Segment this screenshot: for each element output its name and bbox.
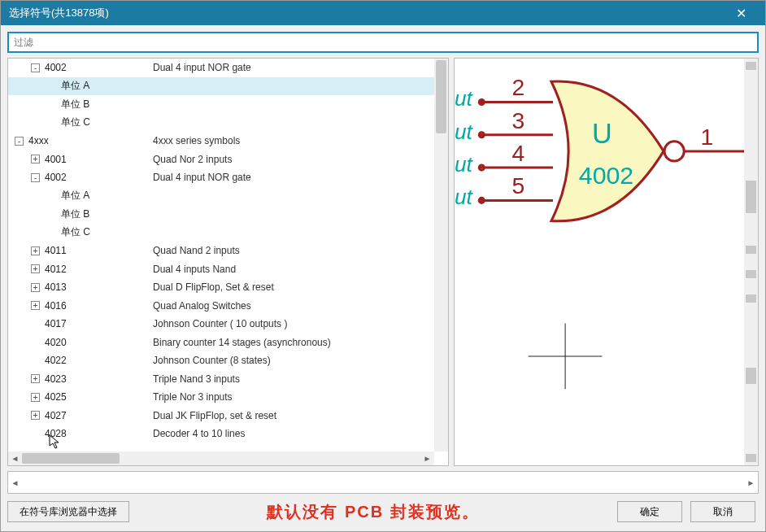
expand-icon[interactable]: +: [31, 246, 40, 255]
expand-icon[interactable]: +: [31, 374, 40, 383]
scroll-right-icon[interactable]: ►: [420, 451, 434, 465]
tree-item-name: 单位 C: [61, 116, 90, 129]
tree-row[interactable]: 单位 B: [8, 205, 434, 224]
window-title: 选择符号(共13878项): [9, 6, 725, 20]
tree-item-name: 4002: [45, 172, 67, 183]
expand-icon[interactable]: +: [31, 264, 40, 273]
bottom-row: 在符号库浏览器中选择 默认没有 PCB 封装预览。 确定 取消: [7, 499, 759, 525]
tree-row[interactable]: +4012Dual 4 inputs Nand: [8, 260, 434, 279]
pin-number: 5: [512, 172, 525, 198]
tree-item-desc: Quad Nand 2 inputs: [153, 245, 240, 256]
tree-item-name: 单位 A: [61, 79, 89, 93]
tree-item-desc: 4xxx series symbols: [153, 135, 240, 146]
tree-item-desc: Dual 4 input NOR gate: [153, 62, 251, 73]
tree-item-desc: Johnson Counter (8 states): [153, 355, 271, 366]
filter-row: [7, 32, 759, 53]
vertical-scrollbar[interactable]: [434, 59, 448, 451]
tree-row[interactable]: +4011Quad Nand 2 inputs: [8, 242, 434, 260]
tree-row[interactable]: +4016Quad Analog Switches: [8, 297, 434, 316]
titlebar[interactable]: 选择符号(共13878项) ✕: [1, 1, 765, 25]
tree-item-name: 单位 A: [61, 189, 89, 203]
tree-item-desc: Triple Nand 3 inputs: [153, 373, 240, 385]
annotation-text: 默认没有 PCB 封装预览。: [136, 501, 611, 523]
expand-placeholder: [31, 356, 40, 365]
browse-library-button[interactable]: 在符号库浏览器中选择: [7, 501, 129, 522]
pin-name: ut: [455, 120, 474, 144]
tree-item-desc: Johnson Counter ( 10 outputs ): [153, 318, 287, 329]
tree-item-name: 4022: [45, 355, 67, 366]
tree-item-name: 单位 B: [61, 207, 89, 221]
tree-row[interactable]: 4017Johnson Counter ( 10 outputs ): [8, 315, 434, 334]
tree-row[interactable]: -4002Dual 4 input NOR gate: [8, 168, 434, 187]
pin-name: ut: [455, 86, 474, 111]
horizontal-scrollbar[interactable]: ◄ ►: [8, 451, 434, 465]
close-icon[interactable]: ✕: [725, 6, 757, 21]
tree-row[interactable]: 单位 C: [8, 114, 434, 133]
scroll-left-icon[interactable]: ◄: [8, 451, 22, 465]
tree-item-name: 4023: [45, 373, 67, 385]
tree-item-name: 4027: [45, 410, 67, 421]
main-row: -4002Dual 4 input NOR gate单位 A单位 B单位 C-4…: [7, 58, 759, 466]
expand-icon[interactable]: +: [31, 301, 40, 310]
collapse-icon[interactable]: -: [31, 63, 40, 72]
tree-row[interactable]: +4025Triple Nor 3 inputs: [8, 388, 434, 407]
tree-row[interactable]: -4002Dual 4 input NOR gate: [8, 59, 434, 77]
tree-row[interactable]: +4013Dual D FlipFlop, Set & reset: [8, 278, 434, 297]
tree-item-name: 4016: [45, 300, 67, 312]
expand-placeholder: [47, 210, 56, 219]
expand-placeholder: [47, 191, 56, 200]
tree-row[interactable]: 4028Decoder 4 to 10 lines: [8, 425, 434, 443]
pin-number: 3: [512, 107, 525, 133]
expand-placeholder: [47, 100, 56, 109]
tree-row[interactable]: 单位 A: [8, 187, 434, 206]
preview-scrollbar[interactable]: [744, 59, 758, 465]
expand-icon[interactable]: +: [31, 283, 40, 292]
selected-symbol-bar[interactable]: ◄ ►: [7, 471, 759, 494]
tree-item-desc: Dual 4 input NOR gate: [153, 172, 251, 183]
tree-row[interactable]: +4027Dual JK FlipFlop, set & reset: [8, 407, 434, 425]
tree-item-desc: Dual JK FlipFlop, set & reset: [153, 410, 276, 421]
collapse-icon[interactable]: -: [15, 137, 24, 146]
collapse-icon[interactable]: -: [31, 173, 40, 182]
tree-item-name: 4028: [45, 428, 67, 439]
tree-row[interactable]: +4001Quad Nor 2 inputs: [8, 150, 434, 169]
tree-item-name: 4002: [45, 62, 67, 73]
tree-row[interactable]: +4023Triple Nand 3 inputs: [8, 370, 434, 389]
tree-item-desc: Quad Nor 2 inputs: [153, 154, 232, 165]
tree-item-name: 4025: [45, 391, 67, 403]
filter-input[interactable]: [7, 32, 759, 53]
tree-row[interactable]: 单位 A: [8, 77, 434, 96]
tree-item-name: 4xxx: [28, 135, 49, 146]
tree-item-name: 4001: [45, 154, 67, 165]
tree-row[interactable]: 4020Binary counter 14 stages (asynchrono…: [8, 334, 434, 352]
pin-number: 4: [512, 140, 525, 166]
tree-row[interactable]: -4xxx4xxx series symbols: [8, 132, 434, 150]
expand-placeholder: [47, 228, 56, 237]
tree-item-name: 4017: [45, 318, 67, 329]
tree-panel: -4002Dual 4 input NOR gate单位 A单位 B单位 C-4…: [7, 58, 449, 466]
tree-row[interactable]: 4022Johnson Counter (8 states): [8, 351, 434, 370]
symbol-preview[interactable]: ut ut ut ut: [454, 58, 759, 466]
tree-item-name: 4020: [45, 337, 67, 348]
tree-row[interactable]: 单位 C: [8, 224, 434, 242]
expand-icon[interactable]: +: [31, 411, 40, 420]
pin-number: 2: [512, 74, 525, 100]
expand-placeholder: [31, 430, 40, 438]
cancel-button[interactable]: 取消: [690, 501, 755, 522]
tree-row[interactable]: 单位 B: [8, 95, 434, 114]
tree-scroll[interactable]: -4002Dual 4 input NOR gate单位 A单位 B单位 C-4…: [7, 58, 449, 466]
tree-item-name: 4013: [45, 281, 67, 293]
expand-icon[interactable]: +: [31, 393, 40, 402]
gate-body: [551, 81, 664, 221]
symbol-ref: U: [592, 118, 612, 149]
inverter-bubble-icon: [664, 142, 684, 161]
dialog-window: 选择符号(共13878项) ✕ -4002Dual 4 input NOR ga…: [0, 0, 766, 532]
tree-item-name: 单位 B: [61, 98, 89, 111]
expand-icon[interactable]: +: [31, 155, 40, 164]
ok-button[interactable]: 确定: [617, 501, 682, 522]
tree-item-desc: Triple Nor 3 inputs: [153, 391, 233, 403]
tree-item-desc: Quad Analog Switches: [153, 300, 251, 312]
pin-name: ut: [455, 152, 474, 177]
expand-placeholder: [47, 81, 56, 90]
expand-placeholder: [31, 338, 40, 347]
